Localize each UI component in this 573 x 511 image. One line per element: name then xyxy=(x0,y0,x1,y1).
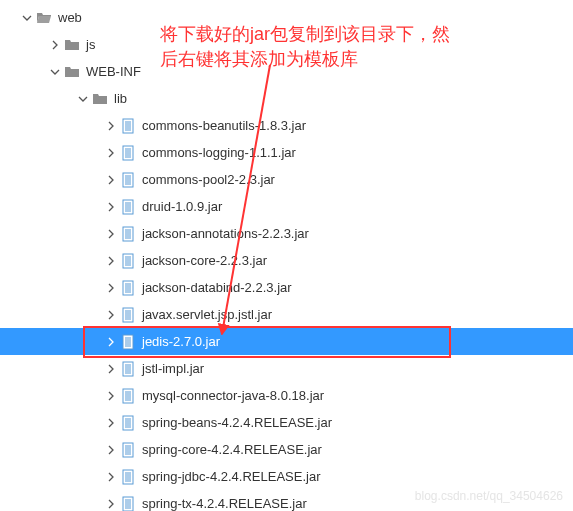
tree-row[interactable]: spring-jdbc-4.2.4.RELEASE.jar xyxy=(0,463,573,490)
file-icon xyxy=(120,415,136,431)
tree-item-label: commons-beanutils-1.8.3.jar xyxy=(142,118,306,133)
file-icon xyxy=(120,307,136,323)
tree-row[interactable]: spring-core-4.2.4.RELEASE.jar xyxy=(0,436,573,463)
tree-row[interactable]: commons-pool2-2.3.jar xyxy=(0,166,573,193)
chevron-right-icon[interactable] xyxy=(104,416,118,430)
tree-item-label: js xyxy=(86,37,95,52)
chevron-right-icon[interactable] xyxy=(104,119,118,133)
tree-row[interactable]: lib xyxy=(0,85,573,112)
tree-row[interactable]: web xyxy=(0,4,573,31)
chevron-right-icon[interactable] xyxy=(104,470,118,484)
chevron-right-icon[interactable] xyxy=(104,146,118,160)
folder-icon xyxy=(64,64,80,80)
chevron-right-icon[interactable] xyxy=(104,308,118,322)
tree-item-label: spring-beans-4.2.4.RELEASE.jar xyxy=(142,415,332,430)
chevron-down-icon[interactable] xyxy=(76,92,90,106)
file-icon xyxy=(120,469,136,485)
file-icon xyxy=(120,226,136,242)
tree-item-label: javax.servlet.jsp.jstl.jar xyxy=(142,307,272,322)
file-icon xyxy=(120,361,136,377)
chevron-right-icon[interactable] xyxy=(104,362,118,376)
tree-row[interactable]: commons-beanutils-1.8.3.jar xyxy=(0,112,573,139)
folder-icon xyxy=(92,91,108,107)
chevron-right-icon[interactable] xyxy=(104,200,118,214)
tree-item-label: web xyxy=(58,10,82,25)
tree-item-label: spring-jdbc-4.2.4.RELEASE.jar xyxy=(142,469,320,484)
tree-item-label: lib xyxy=(114,91,127,106)
tree-item-label: jackson-core-2.2.3.jar xyxy=(142,253,267,268)
tree-row[interactable]: jstl-impl.jar xyxy=(0,355,573,382)
chevron-right-icon[interactable] xyxy=(104,443,118,457)
tree-row[interactable]: jedis-2.7.0.jar xyxy=(0,328,573,355)
file-icon xyxy=(120,253,136,269)
chevron-right-icon[interactable] xyxy=(104,254,118,268)
file-icon xyxy=(120,280,136,296)
tree-item-label: jackson-databind-2.2.3.jar xyxy=(142,280,292,295)
tree-row[interactable]: javax.servlet.jsp.jstl.jar xyxy=(0,301,573,328)
chevron-right-icon[interactable] xyxy=(104,173,118,187)
tree-item-label: mysql-connector-java-8.0.18.jar xyxy=(142,388,324,403)
file-tree: webjsWEB-INFlibcommons-beanutils-1.8.3.j… xyxy=(0,0,573,511)
chevron-right-icon[interactable] xyxy=(104,497,118,511)
tree-item-label: WEB-INF xyxy=(86,64,141,79)
tree-row[interactable]: jackson-databind-2.2.3.jar xyxy=(0,274,573,301)
tree-row[interactable]: jackson-annotations-2.2.3.jar xyxy=(0,220,573,247)
file-icon xyxy=(120,442,136,458)
tree-item-label: druid-1.0.9.jar xyxy=(142,199,222,214)
tree-row[interactable]: mysql-connector-java-8.0.18.jar xyxy=(0,382,573,409)
file-icon xyxy=(120,172,136,188)
file-icon xyxy=(120,388,136,404)
tree-row[interactable]: commons-logging-1.1.1.jar xyxy=(0,139,573,166)
tree-row[interactable]: WEB-INF xyxy=(0,58,573,85)
tree-item-label: jedis-2.7.0.jar xyxy=(142,334,220,349)
chevron-right-icon[interactable] xyxy=(104,281,118,295)
tree-row[interactable]: js xyxy=(0,31,573,58)
tree-row[interactable]: spring-beans-4.2.4.RELEASE.jar xyxy=(0,409,573,436)
file-icon xyxy=(120,199,136,215)
chevron-down-icon[interactable] xyxy=(20,11,34,25)
chevron-right-icon[interactable] xyxy=(104,335,118,349)
tree-item-label: jstl-impl.jar xyxy=(142,361,204,376)
folder-open-icon xyxy=(36,10,52,26)
chevron-right-icon[interactable] xyxy=(48,38,62,52)
tree-item-label: jackson-annotations-2.2.3.jar xyxy=(142,226,309,241)
chevron-down-icon[interactable] xyxy=(48,65,62,79)
tree-row[interactable]: jackson-core-2.2.3.jar xyxy=(0,247,573,274)
chevron-right-icon[interactable] xyxy=(104,227,118,241)
tree-item-label: spring-tx-4.2.4.RELEASE.jar xyxy=(142,496,307,511)
tree-item-label: spring-core-4.2.4.RELEASE.jar xyxy=(142,442,322,457)
tree-row[interactable]: druid-1.0.9.jar xyxy=(0,193,573,220)
watermark: blog.csdn.net/qq_34504626 xyxy=(415,489,563,503)
folder-icon xyxy=(64,37,80,53)
file-icon xyxy=(120,145,136,161)
tree-item-label: commons-pool2-2.3.jar xyxy=(142,172,275,187)
file-icon xyxy=(120,334,136,350)
chevron-right-icon[interactable] xyxy=(104,389,118,403)
file-icon xyxy=(120,118,136,134)
file-icon xyxy=(120,496,136,512)
tree-item-label: commons-logging-1.1.1.jar xyxy=(142,145,296,160)
